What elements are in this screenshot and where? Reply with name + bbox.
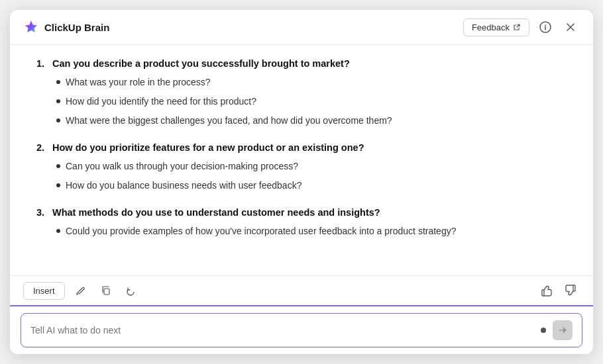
toolbar-right xyxy=(537,281,580,300)
bullet-icon xyxy=(56,118,60,122)
close-button[interactable] xyxy=(561,18,580,36)
logo-text: ClickUp Brain xyxy=(44,22,109,33)
clickup-logo-icon xyxy=(23,19,39,35)
question-item: 1.Can you describe a product you success… xyxy=(36,58,567,128)
sub-item: What was your role in the process? xyxy=(56,75,567,89)
undo-icon xyxy=(126,285,137,296)
thumbdown-button[interactable] xyxy=(561,281,580,300)
header: ClickUp Brain Feedback xyxy=(10,10,593,45)
sub-item-text: Can you walk us through your decision-ma… xyxy=(66,159,298,173)
sub-item: How did you identify the need for this p… xyxy=(56,95,567,109)
sub-list: Could you provide examples of how you've… xyxy=(56,224,567,238)
feedback-label: Feedback xyxy=(472,23,510,32)
info-button[interactable] xyxy=(536,18,555,36)
sub-item-text: Could you provide examples of how you've… xyxy=(66,224,456,238)
app-window: ClickUp Brain Feedback xyxy=(10,10,593,354)
sub-item: How do you balance business needs with u… xyxy=(56,179,567,193)
bullet-icon xyxy=(56,99,60,103)
sub-item: Could you provide examples of how you've… xyxy=(56,224,567,238)
toolbar-left: Insert xyxy=(23,281,140,300)
question-list: 1.Can you describe a product you success… xyxy=(36,58,567,238)
input-area xyxy=(10,305,593,354)
ai-input[interactable] xyxy=(30,325,534,336)
sub-item-text: How did you identify the need for this p… xyxy=(66,95,256,109)
copy-icon xyxy=(101,285,111,296)
bullet-icon xyxy=(56,229,60,233)
question-text: Can you describe a product you successfu… xyxy=(52,58,350,69)
input-dot-icon xyxy=(541,328,546,333)
copy-button[interactable] xyxy=(97,281,115,300)
question-text: How do you prioritize features for a new… xyxy=(52,142,364,153)
bullet-icon xyxy=(56,183,60,187)
sub-item: Can you walk us through your decision-ma… xyxy=(56,159,567,173)
thumbdown-icon xyxy=(565,285,576,296)
bullet-icon xyxy=(56,80,60,84)
info-icon xyxy=(539,21,551,33)
question-text: What methods do you use to understand cu… xyxy=(52,207,380,218)
edit-icon xyxy=(76,285,86,296)
header-left: ClickUp Brain xyxy=(23,19,109,35)
thumbup-icon xyxy=(541,285,553,296)
question-title: 2.How do you prioritize features for a n… xyxy=(36,142,567,153)
sub-list: What was your role in the process?How di… xyxy=(56,75,567,128)
sub-item-text: What were the biggest challenges you fac… xyxy=(66,114,392,128)
send-button[interactable] xyxy=(553,320,573,340)
question-item: 3.What methods do you use to understand … xyxy=(36,207,567,238)
question-title: 1.Can you describe a product you success… xyxy=(36,58,567,69)
sub-item: What were the biggest challenges you fac… xyxy=(56,114,567,128)
feedback-button[interactable]: Feedback xyxy=(463,19,529,36)
question-item: 2.How do you prioritize features for a n… xyxy=(36,142,567,193)
header-right: Feedback xyxy=(463,18,580,36)
edit-button[interactable] xyxy=(72,281,90,300)
question-title: 3.What methods do you use to understand … xyxy=(36,207,567,218)
question-number: 3. xyxy=(36,207,48,218)
input-wrapper xyxy=(21,313,582,347)
sub-item-text: What was your role in the process? xyxy=(66,75,211,89)
question-number: 1. xyxy=(36,58,48,69)
thumbup-button[interactable] xyxy=(537,281,556,300)
sub-item-text: How do you balance business needs with u… xyxy=(66,179,302,193)
svg-rect-1 xyxy=(104,289,109,295)
undo-button[interactable] xyxy=(122,281,140,300)
send-icon xyxy=(557,325,568,336)
toolbar: Insert xyxy=(10,275,593,305)
content-area: 1.Can you describe a product you success… xyxy=(10,45,593,275)
sub-list: Can you walk us through your decision-ma… xyxy=(56,159,567,193)
external-link-icon xyxy=(513,23,521,31)
close-icon xyxy=(565,22,576,32)
bullet-icon xyxy=(56,164,60,168)
question-number: 2. xyxy=(36,142,48,153)
insert-button[interactable]: Insert xyxy=(23,282,65,300)
